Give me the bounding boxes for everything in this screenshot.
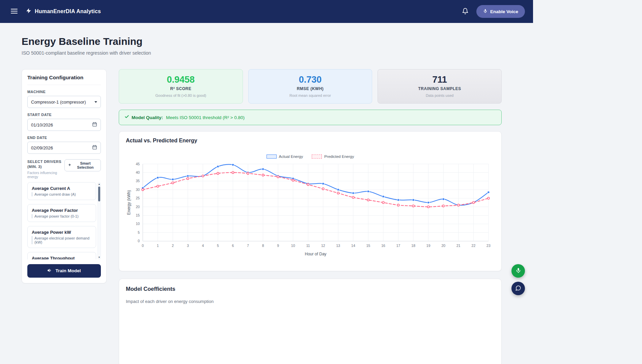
svg-text:20: 20 [136, 205, 140, 209]
svg-text:0: 0 [138, 239, 140, 243]
enable-voice-label: Enable Voice [490, 9, 518, 14]
smart-selection-button[interactable]: Smart Selection [64, 159, 101, 171]
legend-label: Actual Energy [279, 155, 303, 159]
check-icon [124, 114, 129, 120]
svg-text:7: 7 [247, 244, 249, 248]
machine-select[interactable]: Compressor-1 (compressor) [27, 96, 101, 108]
driver-name: Average Power Factor [32, 208, 92, 213]
top-navbar: HumanEnerDIA Analytics Enable Voice [0, 0, 533, 23]
rmse-label: RMSE (KWH) [251, 86, 369, 91]
smart-selection-label: Smart Selection [73, 161, 97, 169]
scrollbar-thumb[interactable] [98, 187, 100, 201]
machine-label: MACHINE [27, 90, 101, 94]
rmse-desc: Root mean squared error [251, 93, 369, 97]
legend-swatch [267, 155, 277, 159]
svg-text:30: 30 [136, 188, 140, 192]
calendar-icon [92, 122, 97, 128]
legend-item-predicted-energy[interactable]: Predicted Energy [312, 155, 354, 159]
end-date-input[interactable]: 02/09/2026 [27, 142, 101, 154]
svg-text:15: 15 [366, 244, 370, 248]
svg-text:10: 10 [291, 244, 295, 248]
enable-voice-button[interactable]: Enable Voice [476, 5, 525, 18]
svg-text:2: 2 [172, 244, 174, 248]
training-samples-desc: Data points used [381, 93, 499, 97]
speaker-icon [47, 268, 52, 274]
chart-title: Actual vs. Predicted Energy [126, 138, 495, 144]
chevron-down-icon [94, 101, 97, 103]
actual-vs-predicted-chart: 0510152025303540450123456789101112131415… [126, 161, 495, 263]
svg-text:3: 3 [187, 244, 189, 248]
driver-item-average-power-kw[interactable]: Average Power kW Average electrical powe… [27, 226, 96, 248]
driver-name: Average Current A [32, 186, 92, 191]
svg-text:8: 8 [262, 244, 264, 248]
training-configuration-panel: Training Configuration MACHINE Compresso… [22, 69, 107, 283]
svg-text:Energy (kWh): Energy (kWh) [127, 190, 131, 215]
svg-text:23: 23 [486, 244, 491, 248]
voice-fab-button[interactable] [511, 264, 525, 278]
svg-text:6: 6 [232, 244, 234, 248]
driver-item-average-throughput[interactable]: Average Throughput [27, 252, 96, 259]
end-date-value: 02/09/2026 [31, 145, 53, 150]
brand: HumanEnerDIA Analytics [26, 7, 101, 16]
legend-label: Predicted Energy [324, 155, 354, 159]
scroll-down-icon[interactable]: ▼ [98, 256, 101, 259]
svg-text:0: 0 [142, 244, 144, 248]
driver-name: Average Power kW [32, 230, 92, 235]
svg-text:21: 21 [456, 244, 460, 248]
coefficients-subtitle: Impact of each driver on energy consumpt… [126, 299, 495, 304]
driver-desc: Average current draw (A) [32, 192, 92, 196]
drivers-list: Average Current A Average current draw (… [27, 182, 101, 259]
svg-text:22: 22 [472, 244, 476, 248]
svg-text:16: 16 [381, 244, 385, 248]
drivers-hint: Factors influencing energy [27, 171, 64, 179]
config-panel-title: Training Configuration [27, 75, 101, 81]
training-samples-value: 711 [381, 75, 499, 85]
metrics-row: 0.9458 R² SCORE Goodness of fit (>0.80 i… [119, 69, 502, 104]
train-model-label: Train Model [55, 268, 81, 273]
microphone-icon [515, 267, 521, 275]
rmse-card: 0.730 RMSE (KWH) Root mean squared error [248, 69, 372, 104]
lightning-bolt-icon [26, 7, 32, 16]
training-samples-card: 711 TRAINING SAMPLES Data points used [378, 69, 502, 104]
svg-text:25: 25 [136, 196, 140, 200]
sparkles-icon [68, 163, 72, 168]
start-date-value: 01/10/2026 [31, 122, 53, 128]
training-samples-label: TRAINING SAMPLES [381, 86, 499, 91]
chart-legend: Actual EnergyPredicted Energy [126, 155, 495, 159]
train-model-button[interactable]: Train Model [27, 264, 101, 278]
hamburger-icon [11, 8, 18, 15]
svg-text:Hour of Day: Hour of Day [305, 252, 326, 256]
start-date-input[interactable]: 01/10/2026 [27, 119, 101, 131]
svg-text:20: 20 [441, 244, 445, 248]
select-drivers-label: SELECT DRIVERS (MIN. 3) [27, 159, 64, 169]
svg-text:15: 15 [136, 213, 140, 217]
svg-text:35: 35 [136, 179, 140, 183]
machine-select-value: Compressor-1 (compressor) [31, 100, 86, 105]
app-frame: HumanEnerDIA Analytics Enable Voice Ener… [0, 0, 533, 364]
drivers-scrollbar[interactable]: ▲ ▼ [97, 182, 101, 259]
coefficients-title: Model Coefficients [126, 286, 495, 292]
quality-banner-prefix: Model Quality: [132, 115, 163, 120]
svg-text:5: 5 [217, 244, 219, 248]
driver-item-average-power-factor[interactable]: Average Power Factor Average power facto… [27, 204, 96, 222]
model-coefficients-card: Model Coefficients Impact of each driver… [119, 279, 502, 364]
legend-item-actual-energy[interactable]: Actual Energy [267, 155, 303, 159]
menu-button[interactable] [8, 5, 20, 18]
svg-text:13: 13 [336, 244, 340, 248]
scroll-up-icon[interactable]: ▲ [98, 183, 101, 186]
app-title: HumanEnerDIA Analytics [35, 8, 101, 15]
svg-text:19: 19 [426, 244, 430, 248]
driver-item-average-current-a[interactable]: Average Current A Average current draw (… [27, 182, 96, 200]
rmse-value: 0.730 [251, 75, 369, 85]
bell-icon [462, 8, 469, 16]
model-quality-banner: Model Quality: Meets ISO 50001 threshold… [119, 110, 502, 125]
svg-text:9: 9 [277, 244, 279, 248]
notifications-button[interactable] [459, 5, 472, 18]
svg-text:1: 1 [157, 244, 159, 248]
chat-bubble-icon [515, 285, 521, 292]
svg-text:18: 18 [411, 244, 415, 248]
r2-score-value: 0.9458 [122, 75, 240, 85]
start-date-label: START DATE [27, 113, 101, 117]
chat-fab-button[interactable] [511, 282, 525, 295]
r2-score-desc: Goodness of fit (>0.80 is good) [122, 93, 240, 97]
